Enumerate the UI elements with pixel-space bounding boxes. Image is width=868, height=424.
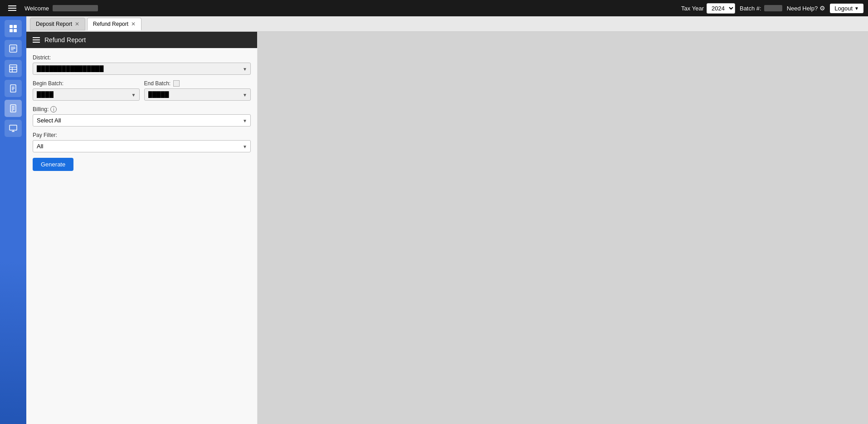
end-batch-select-wrapper: █████ ▼ bbox=[144, 88, 251, 101]
end-batch-label: End Batch: bbox=[144, 80, 171, 87]
begin-batch-label: Begin Batch: bbox=[33, 80, 140, 87]
form-menu-icon[interactable] bbox=[33, 37, 40, 43]
billing-select-wrapper: Select All Option 1 Option 2 ▼ bbox=[33, 114, 251, 127]
svg-rect-1 bbox=[14, 25, 17, 28]
tab-deposit-report-close[interactable]: ✕ bbox=[75, 21, 79, 27]
logout-label: Logout bbox=[834, 5, 853, 12]
district-select-wrapper: ████████████████ ▼ bbox=[33, 63, 251, 75]
batch-area: Batch #: bbox=[740, 5, 782, 12]
svg-rect-2 bbox=[10, 29, 13, 32]
svg-rect-0 bbox=[10, 25, 13, 28]
batch-row: Begin Batch: ████ ▼ End Batch: bbox=[33, 80, 251, 101]
svg-rect-8 bbox=[10, 65, 17, 72]
tab-deposit-report-label: Deposit Report bbox=[36, 21, 72, 27]
generate-button[interactable]: Generate bbox=[33, 158, 73, 171]
panel-report: Refund Report District: ████████████████… bbox=[26, 32, 868, 424]
tabs-bar: Deposit Report ✕ Refund Report ✕ bbox=[26, 16, 868, 32]
pay-filter-group: Pay Filter: All Option 1 Option 2 ▼ bbox=[33, 132, 251, 152]
pay-filter-select[interactable]: All Option 1 Option 2 bbox=[33, 140, 251, 152]
tax-year-label: Tax Year bbox=[681, 5, 704, 12]
form-header: Refund Report bbox=[26, 32, 257, 48]
sidebar-icon-table[interactable] bbox=[5, 60, 22, 77]
billing-info-icon[interactable]: i bbox=[50, 106, 57, 112]
main-layout: Deposit Report ✕ Refund Report ✕ Refund … bbox=[0, 16, 868, 424]
tax-year-select[interactable]: 2024 2023 2025 bbox=[707, 3, 735, 14]
pay-filter-label: Pay Filter: bbox=[33, 132, 251, 138]
tax-year-area: Tax Year 2024 2023 2025 bbox=[681, 3, 735, 14]
content-area: Deposit Report ✕ Refund Report ✕ Refund … bbox=[26, 16, 868, 424]
billing-label: Billing: i bbox=[33, 106, 251, 112]
end-batch-checkbox[interactable] bbox=[173, 80, 180, 87]
welcome-label: Welcome bbox=[24, 5, 49, 12]
begin-batch-select[interactable]: ████ bbox=[33, 88, 140, 101]
billing-select[interactable]: Select All Option 1 Option 2 bbox=[33, 114, 251, 127]
begin-batch-group: Begin Batch: ████ ▼ bbox=[33, 80, 140, 101]
sidebar bbox=[0, 16, 26, 424]
svg-rect-3 bbox=[14, 29, 17, 32]
tab-refund-report[interactable]: Refund Report ✕ bbox=[87, 18, 141, 30]
top-nav: Welcome Tax Year 2024 2023 2025 Batch #:… bbox=[0, 0, 868, 16]
end-batch-group: End Batch: █████ ▼ bbox=[144, 80, 251, 101]
tab-deposit-report[interactable]: Deposit Report ✕ bbox=[30, 18, 85, 30]
form-panel: Refund Report District: ████████████████… bbox=[26, 32, 258, 424]
sidebar-icon-screen[interactable] bbox=[5, 120, 22, 137]
pay-filter-select-wrapper: All Option 1 Option 2 ▼ bbox=[33, 140, 251, 152]
district-group: District: ████████████████ ▼ bbox=[33, 54, 251, 75]
district-select[interactable]: ████████████████ bbox=[33, 63, 251, 75]
sidebar-icon-dashboard[interactable] bbox=[5, 20, 22, 37]
logout-button[interactable]: Logout ▼ bbox=[830, 4, 863, 13]
menu-button[interactable] bbox=[5, 4, 20, 13]
form-body: District: ████████████████ ▼ Begin Batch… bbox=[26, 48, 257, 177]
district-label: District: bbox=[33, 54, 251, 61]
sidebar-icon-document[interactable] bbox=[5, 80, 22, 97]
tab-refund-report-close[interactable]: ✕ bbox=[131, 21, 136, 27]
form-title: Refund Report bbox=[44, 36, 86, 44]
logout-caret-icon: ▼ bbox=[854, 6, 859, 11]
batch-label: Batch #: bbox=[740, 5, 761, 12]
sidebar-icon-report[interactable] bbox=[5, 100, 22, 117]
begin-batch-select-wrapper: ████ ▼ bbox=[33, 88, 140, 101]
end-batch-select[interactable]: █████ bbox=[144, 88, 251, 101]
need-help-label: Need Help? bbox=[787, 5, 818, 12]
billing-group: Billing: i Select All Option 1 Option 2 … bbox=[33, 106, 251, 127]
welcome-name-bar bbox=[53, 5, 98, 11]
need-help-area: Need Help? ⚙ bbox=[787, 5, 826, 12]
svg-rect-21 bbox=[10, 125, 17, 130]
sidebar-icon-checklist[interactable] bbox=[5, 40, 22, 57]
tab-refund-report-label: Refund Report bbox=[93, 21, 128, 27]
end-batch-label-row: End Batch: bbox=[144, 80, 251, 87]
report-area bbox=[258, 32, 868, 424]
welcome-area: Welcome bbox=[24, 5, 677, 12]
batch-value-display bbox=[764, 5, 782, 11]
gear-icon[interactable]: ⚙ bbox=[819, 5, 825, 12]
